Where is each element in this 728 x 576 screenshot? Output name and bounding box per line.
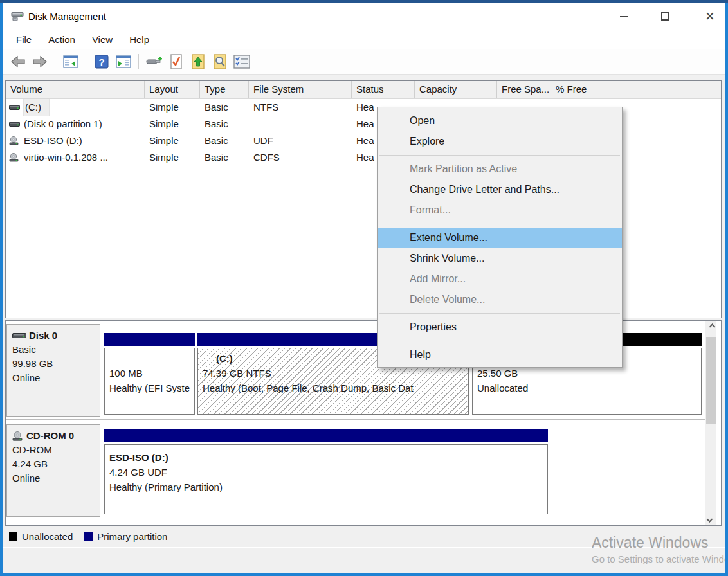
window-border-top (0, 0, 728, 3)
disk-kind: Basic (12, 343, 96, 357)
menu-item-delete-volume: Delete Volume... (378, 289, 622, 310)
col-pct-free[interactable]: % Free (551, 81, 632, 98)
legend-label: Primary partition (97, 531, 167, 542)
folder-search-icon (213, 54, 227, 69)
legend-unallocated: Unallocated (9, 531, 73, 542)
volume-table-header: Volume Layout Type File System Status Ca… (6, 81, 721, 99)
menu-item-add-mirror: Add Mirror... (378, 269, 622, 289)
action-pane-button[interactable] (114, 53, 132, 71)
disk-size: 99.98 GB (12, 357, 96, 371)
menu-item-change-drive-letter[interactable]: Change Drive Letter and Paths... (378, 179, 622, 200)
partition-size: 74.39 GB NTFS (203, 366, 468, 381)
volume-name: virtio-win-0.1.208 ... (24, 149, 108, 166)
chevron-up-icon (709, 323, 716, 330)
window-border-left (0, 3, 3, 576)
back-button[interactable] (9, 53, 26, 71)
context-menu: Open Explore Mark Partition as Active Ch… (377, 107, 623, 368)
folder-search-button[interactable] (211, 53, 228, 71)
close-button[interactable]: ✕ (695, 3, 725, 30)
col-status[interactable]: Status (352, 81, 415, 98)
col-file-system[interactable]: File System (249, 81, 352, 98)
maximize-icon (661, 12, 669, 21)
disk0-label[interactable]: Disk 0 Basic 99.98 GB Online (6, 324, 100, 417)
minimize-button[interactable] (609, 3, 639, 30)
menu-item-shrink-volume[interactable]: Shrink Volume... (378, 248, 622, 269)
file-system-cell: NTFS (249, 99, 352, 116)
checklist-icon (233, 55, 250, 69)
device-properties-icon (146, 55, 163, 68)
menu-item-properties[interactable]: Properties (378, 317, 622, 338)
vertical-scrollbar[interactable] (705, 321, 716, 525)
menu-action[interactable]: Action (40, 30, 84, 50)
volume-name: (Disk 0 partition 1) (24, 116, 102, 132)
scroll-down-button[interactable] (705, 514, 716, 525)
file-system-cell: CDFS (249, 149, 352, 166)
menu-separator (379, 313, 620, 314)
cdrom-partition-strip (104, 429, 548, 442)
hard-drive-icon (9, 104, 20, 111)
layout-cell: Simple (145, 116, 200, 132)
cd-drive-icon (9, 153, 20, 162)
disk-row-divider (6, 419, 705, 420)
disk-name: CD-ROM 0 (26, 429, 74, 443)
folder-up-button[interactable] (189, 53, 206, 71)
minimize-icon (620, 16, 628, 17)
console-tree-button[interactable] (62, 53, 79, 71)
chevron-down-icon (706, 516, 713, 523)
col-type[interactable]: Type (200, 81, 249, 98)
volume-name: ESD-ISO (D:) (24, 132, 82, 149)
scrollbar-thumb[interactable] (706, 337, 716, 424)
cdrom0-label[interactable]: CD-ROM 0 CD-ROM 4.24 GB Online (6, 424, 100, 517)
close-icon: ✕ (705, 10, 715, 22)
menu-item-help[interactable]: Help (378, 345, 622, 365)
layout-cell: Simple (145, 132, 200, 149)
partition-size: 25.50 GB (477, 366, 701, 381)
menu-item-open[interactable]: Open (378, 111, 622, 131)
folder-up-icon (191, 54, 205, 69)
disk-kind: CD-ROM (12, 443, 96, 457)
activate-windows-watermark: Activate Windows Go to Settings to activ… (592, 534, 728, 567)
primary-partition-swatch (84, 532, 93, 541)
toolbar-separator (138, 54, 139, 69)
checklist-button[interactable] (233, 53, 250, 71)
disk-name: Disk 0 (29, 328, 57, 343)
efi-partition[interactable]: 100 MB Healthy (EFI Syste (104, 348, 195, 415)
partition-name: ESD-ISO (D:) (109, 450, 547, 465)
window-border-bottom (0, 573, 728, 576)
col-layout[interactable]: Layout (145, 81, 200, 98)
hard-drive-icon (12, 332, 26, 339)
help-icon: ? (95, 55, 109, 69)
check-document-button[interactable] (167, 53, 185, 71)
menu-item-explore[interactable]: Explore (378, 131, 622, 152)
check-document-icon (170, 54, 183, 69)
window-border-right (725, 3, 728, 576)
forward-button[interactable] (31, 53, 48, 71)
partition-status: Healthy (EFI Syste (109, 381, 194, 395)
toolbar-separator (55, 54, 55, 69)
col-capacity[interactable]: Capacity (415, 81, 497, 98)
toolbar-separator (86, 54, 86, 69)
console-tree-icon (63, 55, 78, 68)
col-volume[interactable]: Volume (6, 81, 145, 98)
col-free-space[interactable]: Free Spa... (497, 81, 551, 98)
menu-help[interactable]: Help (121, 30, 158, 50)
partition-size: 100 MB (109, 366, 194, 381)
app-icon (11, 10, 24, 24)
menu-item-extend-volume[interactable]: Extend Volume... (378, 228, 622, 248)
layout-cell: Simple (145, 149, 200, 166)
menu-item-format: Format... (378, 200, 622, 221)
type-cell: Basic (200, 132, 249, 149)
action-pane-icon (116, 55, 131, 68)
col-filler (632, 81, 721, 98)
cdrom-partition[interactable]: ESD-ISO (D:) 4.24 GB UDF Healthy (Primar… (104, 444, 548, 514)
type-cell: Basic (200, 149, 249, 166)
menu-file[interactable]: File (8, 30, 40, 50)
scroll-up-button[interactable] (705, 321, 716, 332)
device-properties-button[interactable] (145, 53, 163, 71)
menu-view[interactable]: View (84, 30, 121, 50)
layout-cell: Simple (145, 99, 200, 116)
efi-partition-strip (104, 333, 195, 346)
window-title: Disk Management (28, 3, 106, 30)
help-button[interactable]: ? (93, 53, 110, 71)
maximize-button[interactable] (650, 3, 680, 30)
